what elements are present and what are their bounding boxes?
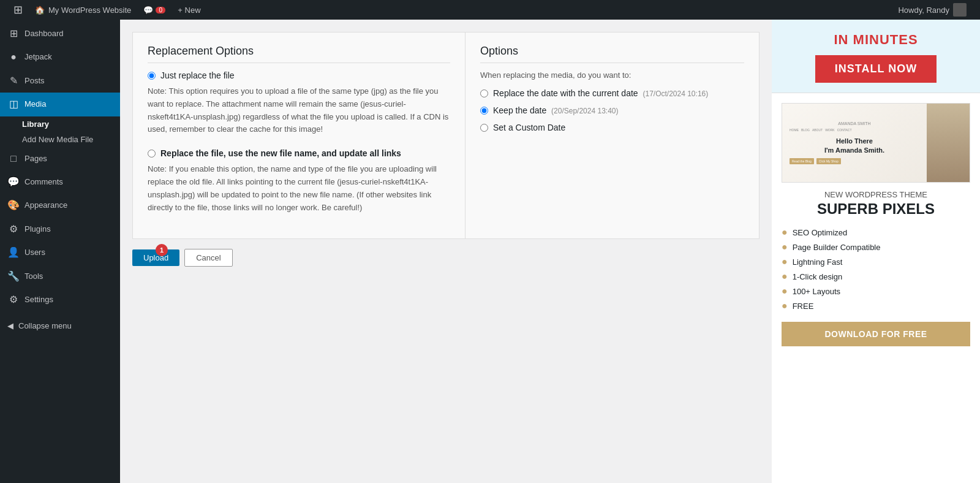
options-panel: Options When replacing the media, do you…	[466, 32, 760, 239]
sidebar-item-label: Tools	[24, 271, 43, 282]
sidebar-item-plugins[interactable]: ⚙ Plugins	[0, 218, 120, 241]
sidebar-item-label: Settings	[24, 294, 53, 305]
ad-new-theme-label: NEW WORDPRESS THEME	[782, 190, 970, 199]
wp-logo-button[interactable]: ⊞	[7, 0, 29, 20]
sidebar-item-label: Appearance	[24, 200, 67, 211]
users-icon: 👤	[7, 246, 20, 259]
preview-buttons: Read the Blog Click My Shop	[790, 158, 919, 164]
sidebar-sub-add-new[interactable]: Add New Media File	[0, 132, 120, 147]
ad-sidebar: IN MINUTES INSTALL NOW AMANDA SMITH HOME…	[772, 20, 980, 483]
sidebar-item-dashboard[interactable]: ⊞ Dashboard	[0, 22, 120, 45]
replace-option-2-radio[interactable]	[148, 150, 156, 158]
preview-btn1: Read the Blog	[790, 158, 814, 164]
option2-note: Note: If you enable this option, the nam…	[148, 163, 450, 214]
sidebar-item-label: Posts	[24, 75, 45, 86]
sidebar-item-label: Plugins	[24, 224, 51, 235]
date-option-2: Keep the date (20/Sep/2024 13:40)	[480, 105, 744, 115]
new-content-button[interactable]: + New	[172, 0, 206, 20]
sidebar-item-media[interactable]: ◫ Media	[0, 93, 120, 116]
preview-photo	[927, 104, 970, 182]
bullet-icon: ●	[782, 242, 788, 253]
appearance-icon: 🎨	[7, 199, 20, 212]
date-option-3-radio[interactable]	[480, 124, 488, 132]
date-option-3: Set a Custom Date	[480, 123, 744, 132]
cancel-button[interactable]: Cancel	[184, 249, 232, 267]
ad-install-button[interactable]: INSTALL NOW	[815, 55, 937, 83]
sidebar-item-label: Jetpack	[24, 51, 52, 63]
options-title: Options	[480, 45, 744, 63]
bullet-icon: ●	[782, 271, 788, 282]
replacement-options-panel: Replacement Options Just replace the fil…	[132, 32, 466, 239]
date-option-1-info: (17/Oct/2024 10:16)	[643, 89, 708, 98]
sidebar-item-label: Dashboard	[24, 28, 64, 39]
replacement-options-title: Replacement Options	[148, 45, 450, 63]
date-option-1-label: Replace the date with the current date (…	[493, 88, 708, 98]
feature-item: ●1-Click design	[782, 269, 970, 284]
sidebar-sub-library[interactable]: Library	[0, 116, 120, 132]
date-option-3-label[interactable]: Set a Custom Date	[493, 123, 565, 132]
feature-item: ●100+ Layouts	[782, 284, 970, 299]
sidebar-item-label: Users	[24, 247, 45, 258]
sidebar-item-appearance[interactable]: 🎨 Appearance	[0, 194, 120, 217]
options-wrapper: Replacement Options Just replace the fil…	[132, 32, 760, 239]
sidebar: ⊞ Dashboard ● Jetpack ✎ Posts ◫ Media Li…	[0, 20, 120, 483]
wp-logo-icon: ⊞	[13, 3, 23, 17]
admin-bar: ⊞ 🏠 My WordPress Website 💬 0 + New Howdy…	[0, 0, 980, 20]
bullet-icon: ●	[782, 300, 788, 311]
home-icon: 🏠	[35, 6, 45, 15]
avatar	[953, 3, 967, 17]
comment-icon: 💬	[143, 6, 153, 15]
bullet-icon: ●	[782, 256, 788, 267]
collapse-label: Collapse menu	[18, 321, 72, 330]
sidebar-item-label: Media	[24, 99, 46, 110]
howdy-text: Howdy, Randy	[892, 3, 973, 17]
plugins-icon: ⚙	[7, 222, 20, 236]
feature-item: ●Lightning Fast	[782, 254, 970, 269]
date-option-1-radio[interactable]	[480, 89, 488, 97]
feature-item: ●SEO Optimized	[782, 225, 970, 240]
feature-item: ●Page Builder Compatible	[782, 240, 970, 254]
comment-count: 0	[156, 7, 165, 13]
feature-item: ●FREE	[782, 299, 970, 313]
ad-feature-list: ●SEO Optimized ●Page Builder Compatible …	[782, 225, 970, 313]
bullet-icon: ●	[782, 286, 788, 297]
comments-button[interactable]: 💬 0	[137, 0, 172, 20]
form-actions: Upload 1 Cancel	[132, 249, 760, 267]
sidebar-item-pages[interactable]: □ Pages	[0, 147, 120, 170]
collapse-icon: ◀	[7, 321, 13, 330]
replace-option-2-label[interactable]: Replace the file, use the new file name,…	[160, 148, 401, 158]
new-label: + New	[178, 6, 200, 15]
option1-note: Note: This option requires you to upload…	[148, 85, 450, 136]
sidebar-item-posts[interactable]: ✎ Posts	[0, 69, 120, 93]
main-content: Replacement Options Just replace the fil…	[120, 20, 980, 483]
comments-icon: 💬	[7, 175, 20, 189]
sidebar-item-label: Comments	[24, 177, 63, 188]
dashboard-icon: ⊞	[7, 27, 20, 40]
ad-in-minutes-text: IN MINUTES	[782, 32, 970, 48]
replace-option-1: Just replace the file	[148, 70, 450, 80]
ad-theme-preview: AMANDA SMITH HOMEBLOGABOUTWORKCONTACT He…	[782, 103, 970, 183]
content-area: Replacement Options Just replace the fil…	[120, 20, 772, 483]
sidebar-item-jetpack[interactable]: ● Jetpack	[0, 45, 120, 69]
preview-nav: HOMEBLOGABOUTWORKCONTACT	[790, 128, 919, 132]
media-icon: ◫	[7, 97, 20, 111]
tools-icon: 🔧	[7, 270, 20, 283]
site-name-button[interactable]: 🏠 My WordPress Website	[29, 0, 137, 20]
sidebar-item-tools[interactable]: 🔧 Tools	[0, 265, 120, 288]
date-option-2-label: Keep the date (20/Sep/2024 13:40)	[493, 105, 619, 115]
preview-btn2: Click My Shop	[816, 158, 841, 164]
collapse-menu-button[interactable]: ◀ Collapse menu	[0, 311, 120, 335]
sidebar-item-settings[interactable]: ⚙ Settings	[0, 288, 120, 311]
replace-option-1-label[interactable]: Just replace the file	[160, 70, 235, 80]
pages-icon: □	[7, 152, 20, 165]
ad-download-button[interactable]: DOWNLOAD FOR FREE	[782, 322, 970, 346]
sidebar-item-comments[interactable]: 💬 Comments	[0, 170, 120, 194]
date-option-2-radio[interactable]	[480, 107, 488, 115]
sidebar-item-label: Pages	[24, 153, 47, 164]
ad-theme-section: AMANDA SMITH HOMEBLOGABOUTWORKCONTACT He…	[772, 93, 980, 356]
replace-option-2: Replace the file, use the new file name,…	[148, 148, 450, 158]
date-option-2-info: (20/Sep/2024 13:40)	[551, 107, 618, 115]
replace-option-1-radio[interactable]	[148, 72, 156, 80]
ad-theme-name: SUPERB PIXELS	[782, 200, 970, 218]
sidebar-item-users[interactable]: 👤 Users	[0, 241, 120, 264]
